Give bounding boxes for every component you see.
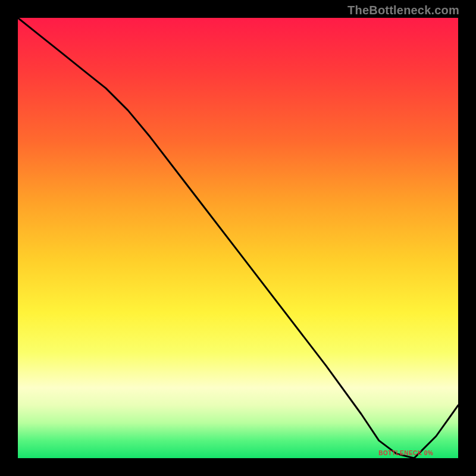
watermark-text: TheBottleneck.com	[347, 4, 459, 17]
bottleneck-zero-label: BOTTLENECK 0%	[378, 450, 433, 456]
curve-svg	[18, 18, 458, 458]
bottleneck-chart: TheBottleneck.com BOTTLENECK 0%	[0, 0, 476, 476]
bottleneck-curve	[18, 18, 458, 458]
plot-area: BOTTLENECK 0%	[18, 18, 458, 458]
